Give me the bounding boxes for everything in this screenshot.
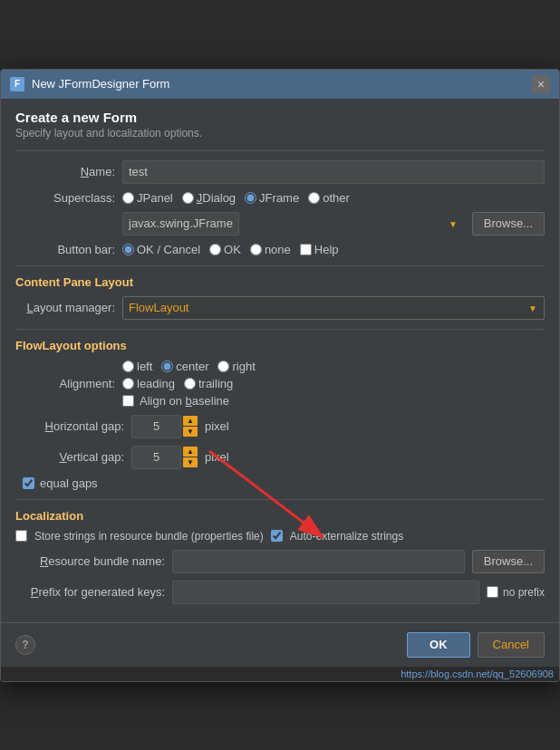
superclass-jpanel[interactable]: JPanel	[122, 191, 173, 205]
superclass-radio-other[interactable]	[308, 192, 320, 204]
superclass-radio-group: JPanel JDialog JFrame other	[122, 191, 350, 205]
superclass-radio-jframe[interactable]	[245, 192, 256, 204]
equal-gaps-label: equal gaps	[40, 476, 98, 490]
help-button[interactable]: ?	[15, 635, 35, 655]
h-gap-label: Horizontal gap:	[15, 419, 124, 433]
name-label: Name:	[15, 165, 115, 178]
superclass-radio-jpanel[interactable]	[122, 192, 134, 204]
auto-externalize-label: Auto-externalize strings	[290, 530, 403, 543]
dialog-title: New JFormDesigner Form	[32, 77, 169, 91]
superclass-dropdown-wrapper: javax.swing.JFrame	[122, 212, 465, 236]
button-bar-label: Button bar:	[15, 243, 115, 256]
no-prefix-checkbox[interactable]	[487, 586, 498, 598]
h-gap-up-arrow[interactable]: ▲	[183, 416, 198, 426]
v-gap-arrows: ▲ ▼	[183, 447, 198, 467]
button-bar-radio-none[interactable]	[250, 244, 262, 255]
ok-button[interactable]: OK	[407, 632, 470, 658]
alignment-radio-trailing[interactable]	[184, 378, 196, 389]
flowlayout-section-title: FlowLayout options	[15, 339, 545, 352]
form-header-subtitle: Specify layout and localization options.	[15, 127, 545, 139]
v-gap-input[interactable]	[131, 446, 181, 469]
prefix-input[interactable]	[172, 581, 479, 604]
alignment-radio-left[interactable]	[122, 361, 134, 372]
equal-gaps-row: equal gaps	[23, 476, 545, 490]
h-gap-input[interactable]	[131, 415, 181, 438]
button-bar-radio-group: OK / Cancel OK none Help	[122, 243, 339, 256]
store-strings-label: Store strings in resource bundle (proper…	[34, 530, 264, 543]
dialog-window: F New JFormDesigner Form × Create a new …	[0, 69, 560, 682]
layout-manager-dropdown[interactable]: FlowLayout	[122, 296, 545, 320]
separator-4	[15, 499, 545, 500]
button-bar-help[interactable]: Help	[300, 243, 339, 256]
superclass-other[interactable]: other	[308, 191, 350, 205]
superclass-jframe[interactable]: JFrame	[245, 191, 299, 205]
cancel-button[interactable]: Cancel	[478, 632, 545, 658]
h-gap-row: Horizontal gap: ▲ ▼ pixel	[15, 415, 545, 438]
alignment-radio-center[interactable]	[161, 361, 173, 372]
separator-2	[15, 265, 545, 266]
store-strings-row: Store strings in resource bundle (proper…	[15, 530, 545, 543]
alignment-trailing[interactable]: trailing	[184, 377, 233, 390]
store-strings-checkbox[interactable]	[15, 530, 27, 542]
h-gap-arrows: ▲ ▼	[183, 416, 198, 437]
dialog-body: Create a new Form Specify layout and loc…	[1, 99, 559, 622]
alignment-radio-leading[interactable]	[122, 378, 134, 389]
button-bar-help-checkbox[interactable]	[300, 244, 312, 255]
alignment-row: Alignment: left center right	[15, 360, 545, 408]
alignment-radio-group-1: left center right	[122, 360, 256, 373]
close-button[interactable]: ×	[532, 75, 550, 93]
alignment-label: Alignment:	[15, 377, 115, 390]
separator-3	[15, 329, 545, 330]
align-baseline-label: Align on baseline	[140, 394, 229, 408]
alignment-center[interactable]: center	[161, 360, 208, 373]
no-prefix-label: no prefix	[503, 586, 545, 599]
title-bar-left: F New JFormDesigner Form	[10, 77, 169, 91]
name-input[interactable]	[122, 160, 545, 184]
v-gap-unit: pixel	[205, 450, 229, 464]
prefix-row: Prefix for generated keys: no prefix	[15, 581, 545, 604]
localization-title: Localization	[15, 509, 545, 523]
align-baseline-row: Align on baseline	[122, 394, 256, 408]
dialog-footer: ? OK Cancel	[1, 622, 559, 667]
alignment-radio-group-2: leading trailing	[122, 377, 256, 390]
resource-bundle-input[interactable]	[172, 550, 465, 573]
button-bar-ok[interactable]: OK	[209, 243, 241, 256]
resource-bundle-browse-button[interactable]: Browse...	[472, 550, 545, 573]
layout-manager-label: Layout manager:	[15, 301, 115, 314]
superclass-radio-jdialog[interactable]	[182, 192, 194, 204]
superclass-label: Superclass:	[15, 191, 115, 205]
alignment-leading[interactable]: leading	[122, 377, 175, 390]
align-baseline-checkbox[interactable]	[122, 395, 134, 407]
v-gap-up-arrow[interactable]: ▲	[183, 447, 198, 457]
resource-bundle-row: Resource bundle name: Browse...	[15, 550, 545, 573]
h-gap-down-arrow[interactable]: ▼	[183, 427, 198, 437]
v-gap-down-arrow[interactable]: ▼	[183, 457, 198, 467]
alignment-right[interactable]: right	[217, 360, 255, 373]
url-bar: https://blog.csdn.net/qq_52606908	[1, 667, 559, 681]
alignment-radio-right[interactable]	[217, 361, 229, 372]
equal-gaps-checkbox[interactable]	[23, 477, 34, 489]
v-gap-label: Vertical gap:	[15, 450, 124, 464]
layout-dropdown-wrapper: FlowLayout	[122, 296, 545, 320]
app-icon: F	[10, 77, 24, 91]
form-header-title: Create a new Form	[15, 110, 545, 125]
separator-1	[15, 150, 545, 151]
h-gap-unit: pixel	[205, 419, 229, 433]
button-bar-radio-ok[interactable]	[209, 244, 221, 255]
name-row: Name:	[15, 160, 545, 184]
no-prefix-group: no prefix	[487, 586, 545, 599]
button-bar-none[interactable]: none	[250, 243, 291, 256]
url-text: https://blog.csdn.net/qq_52606908	[401, 668, 554, 679]
superclass-browse-button[interactable]: Browse...	[472, 212, 545, 236]
prefix-label: Prefix for generated keys:	[15, 585, 165, 599]
alignment-left[interactable]: left	[122, 360, 152, 373]
superclass-row: Superclass: JPanel JDialog JFrame other	[15, 191, 545, 205]
button-bar-okcancel[interactable]: OK / Cancel	[122, 243, 200, 256]
localization-section: Localization Store strings in resource b…	[15, 509, 545, 604]
superclass-dropdown[interactable]: javax.swing.JFrame	[122, 212, 239, 236]
auto-externalize-checkbox[interactable]	[271, 530, 283, 542]
layout-manager-row: Layout manager: FlowLayout	[15, 296, 545, 320]
button-bar-radio-okcancel[interactable]	[122, 244, 134, 255]
superclass-jdialog[interactable]: JDialog	[182, 191, 236, 205]
footer-buttons: OK Cancel	[407, 632, 545, 658]
